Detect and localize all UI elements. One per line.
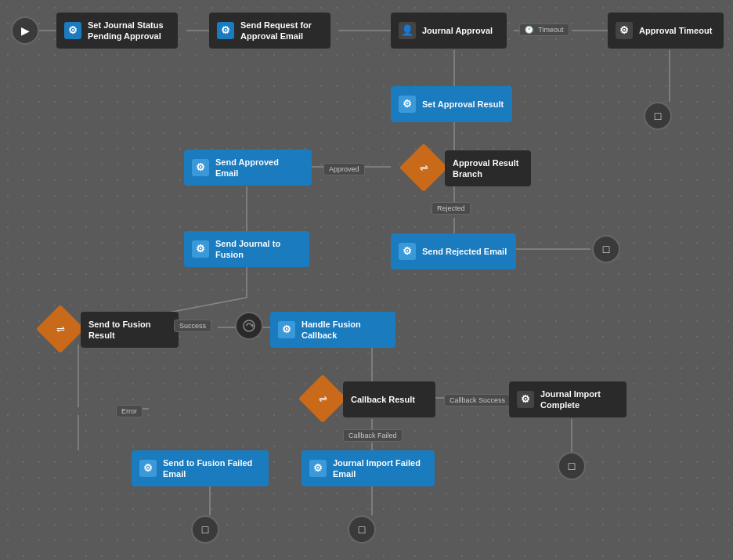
gear-icon-4: ⚙ <box>399 96 416 113</box>
callback-result-diamond[interactable]: ⇌ <box>298 374 347 423</box>
approved-badge: Approved <box>323 163 365 175</box>
callback-result-container: ⇌ <box>305 381 340 416</box>
split-icon-3: ⇌ <box>319 393 327 405</box>
gear-icon-5: ⚙ <box>192 159 209 176</box>
approval-result-branch-diamond[interactable]: ⇌ <box>399 143 448 192</box>
send-request-email-label: Send Request for Approval Email <box>240 20 323 42</box>
gear-icon-6: ⚙ <box>399 243 416 260</box>
send-fusion-failed-label: Send to Fusion Failed Email <box>163 457 261 480</box>
end-node-2: □ <box>592 235 620 263</box>
journal-import-complete-label: Journal Import Complete <box>540 388 619 411</box>
send-rejected-email-label: Send Rejected Email <box>422 246 507 257</box>
person-icon: 👤 <box>399 22 416 39</box>
handle-fusion-callback-node[interactable]: ⚙ Handle Fusion Callback <box>270 312 395 348</box>
journal-import-complete-node[interactable]: ⚙ Journal Import Complete <box>509 381 626 417</box>
play-icon: ▶ <box>21 24 30 37</box>
square-icon-2: □ <box>603 243 609 255</box>
send-request-email-node[interactable]: ⚙ Send Request for Approval Email <box>209 13 330 49</box>
callback-icon <box>242 319 256 333</box>
square-icon-3: □ <box>569 460 575 472</box>
end-node-3: □ <box>558 452 586 480</box>
send-approved-email-label: Send Approved Email <box>215 157 304 179</box>
square-icon-5: □ <box>202 523 208 536</box>
gear-icon-10: ⚙ <box>309 460 327 477</box>
set-approval-result-label: Set Approval Result <box>422 99 504 110</box>
split-icon-2: ⇌ <box>56 323 65 335</box>
callback-result-label: Callback Result <box>351 394 415 405</box>
callback-circle <box>235 312 263 340</box>
clock-icon: 🕐 <box>525 26 533 34</box>
send-approved-email-node[interactable]: ⚙ Send Approved Email <box>184 150 312 186</box>
set-approval-result-node[interactable]: ⚙ Set Approval Result <box>391 86 512 122</box>
rejected-badge: Rejected <box>431 202 471 215</box>
callback-success-badge: Callback Success <box>444 394 511 406</box>
send-fusion-failed-node[interactable]: ⚙ Send to Fusion Failed Email <box>132 450 269 486</box>
square-icon-4: □ <box>359 523 365 536</box>
approval-timeout-node[interactable]: ⚙ Approval Timeout <box>608 13 724 49</box>
approval-timeout-label: Approval Timeout <box>639 25 712 36</box>
success-badge: Success <box>174 320 211 332</box>
end-node-4: □ <box>348 515 376 544</box>
send-fusion-result-container: ⇌ <box>43 312 78 346</box>
send-journal-fusion-node[interactable]: ⚙ Send Journal to Fusion <box>184 231 309 267</box>
error-badge: Error <box>116 405 143 417</box>
gear-icon-8: ⚙ <box>278 321 295 338</box>
handle-fusion-callback-label: Handle Fusion Callback <box>302 319 388 341</box>
gear-icon: ⚙ <box>64 22 81 39</box>
gear-icon-3: ⚙ <box>616 22 633 39</box>
approval-result-branch-container: ⇌ <box>406 150 441 185</box>
end-node-1: □ <box>644 102 672 130</box>
callback-failed-badge: Callback Failed <box>343 429 403 442</box>
end-node-5: □ <box>191 515 219 544</box>
gear-icon-7: ⚙ <box>192 240 209 258</box>
split-icon-1: ⇌ <box>420 162 428 174</box>
timeout-badge: 🕐 Timeout <box>519 23 569 36</box>
approval-result-branch-label-node[interactable]: Approval Result Branch <box>445 150 531 186</box>
send-rejected-email-node[interactable]: ⚙ Send Rejected Email <box>391 233 516 269</box>
send-journal-fusion-label: Send Journal to Fusion <box>215 238 302 261</box>
gear-icon-9: ⚙ <box>517 391 534 408</box>
journal-import-failed-node[interactable]: ⚙ Journal Import Failed Email <box>302 450 435 486</box>
journal-approval-node[interactable]: 👤 Journal Approval <box>391 13 507 49</box>
send-fusion-result-diamond[interactable]: ⇌ <box>36 305 85 353</box>
send-fusion-result-label: Send to Fusion Result <box>88 319 171 341</box>
journal-approval-label: Journal Approval <box>422 25 493 36</box>
start-node[interactable]: ▶ <box>11 16 39 45</box>
square-icon-1: □ <box>655 110 661 122</box>
gear-icon-2: ⚙ <box>217 22 234 39</box>
set-journal-status-label: Set Journal Status Pending Approval <box>88 20 170 42</box>
approval-result-branch-label: Approval Result Branch <box>453 157 523 180</box>
send-fusion-result-label-node[interactable]: Send to Fusion Result <box>81 312 179 348</box>
gear-icon-11: ⚙ <box>139 460 157 477</box>
set-journal-status-node[interactable]: ⚙ Set Journal Status Pending Approval <box>56 13 178 49</box>
journal-import-failed-label: Journal Import Failed Email <box>333 457 427 480</box>
callback-result-label-node[interactable]: Callback Result <box>343 381 435 417</box>
